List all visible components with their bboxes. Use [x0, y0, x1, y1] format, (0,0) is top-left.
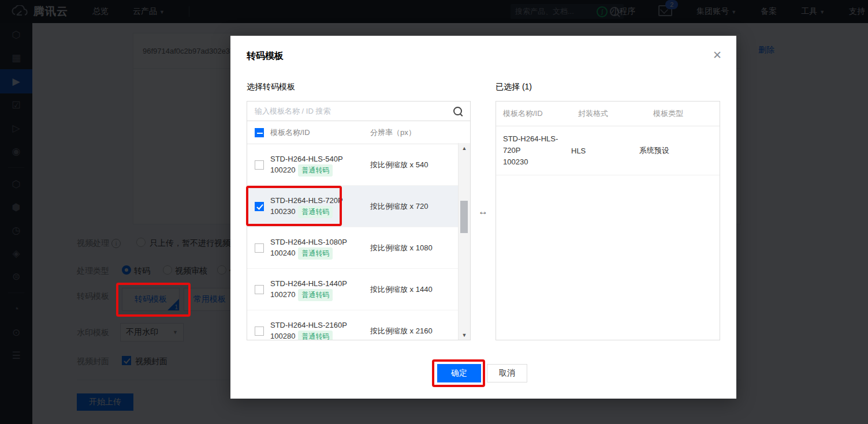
row-checkbox[interactable]: [255, 202, 264, 211]
row-checkbox-cell: [255, 201, 270, 211]
template-id: 100270: [270, 290, 295, 299]
selected-row: STD-H264-HLS-720P 100230 HLS 系统预设: [496, 126, 720, 175]
template-row[interactable]: STD-H264-HLS-540P100220普通转码按比例缩放 x 540: [247, 144, 470, 186]
scroll-up-icon[interactable]: ▲: [459, 145, 470, 151]
scroll-down-icon[interactable]: ▼: [459, 332, 470, 338]
template-name-cell: STD-H264-HLS-720P100230普通转码: [270, 195, 370, 218]
template-name: STD-H264-HLS-1080P: [270, 238, 347, 246]
selected-count-label: 已选择 (1): [496, 82, 532, 92]
scrollbar[interactable]: ▲ ▼: [458, 143, 470, 340]
column-resolution-header: 分辨率（px）: [370, 127, 457, 138]
selected-name: STD-H264-HLS-720P 100230: [503, 133, 571, 168]
cancel-button[interactable]: 取消: [487, 364, 527, 382]
confirm-button[interactable]: 确定: [437, 364, 481, 382]
template-row[interactable]: STD-H264-HLS-1080P100240普通转码按比例缩放 x 1080: [247, 227, 470, 269]
template-name-cell: STD-H264-HLS-540P100220普通转码: [270, 153, 370, 177]
template-tag: 普通转码: [298, 331, 333, 341]
template-name: STD-H264-HLS-540P: [270, 155, 343, 163]
selected-col-format: 封装格式: [578, 108, 653, 119]
selected-id-text: 100230: [503, 157, 528, 166]
transcode-template-modal: 转码模板 ✕ 选择转码模板 输入模板名称 / ID 搜索 模板名称/ID 分辨率…: [230, 36, 736, 399]
modal-title: 转码模板: [247, 50, 284, 62]
template-search-input[interactable]: 输入模板名称 / ID 搜索: [247, 102, 470, 121]
template-search-placeholder: 输入模板名称 / ID 搜索: [255, 106, 453, 117]
template-name-cell: STD-H264-HLS-1440P100270普通转码: [270, 278, 370, 301]
selected-name-text: STD-H264-HLS-720P: [503, 134, 558, 155]
scrollbar-thumb[interactable]: [460, 201, 468, 233]
template-tag: 普通转码: [298, 206, 333, 218]
template-id: 100280: [270, 332, 295, 340]
template-list-panel: 输入模板名称 / ID 搜索 模板名称/ID 分辨率（px） STD-H264-…: [247, 101, 471, 340]
row-checkbox-cell: [255, 284, 270, 294]
template-name: STD-H264-HLS-2160P: [270, 321, 347, 329]
selected-type: 系统预设: [639, 145, 697, 156]
template-tag: 普通转码: [298, 247, 333, 260]
template-name-cell: STD-H264-HLS-2160P100280普通转码: [270, 320, 370, 341]
template-resolution: 按比例缩放 x 2160: [370, 326, 457, 336]
template-resolution: 按比例缩放 x 720: [370, 201, 457, 212]
row-checkbox[interactable]: [255, 285, 264, 294]
close-icon[interactable]: ✕: [713, 50, 722, 61]
template-row[interactable]: STD-H264-HLS-1440P100270普通转码按比例缩放 x 1440: [247, 269, 470, 310]
row-checkbox[interactable]: [255, 243, 264, 253]
template-name: STD-H264-HLS-1440P: [270, 279, 347, 288]
row-checkbox[interactable]: [255, 327, 264, 336]
column-name-header: 模板名称/ID: [270, 127, 370, 138]
selected-col-name: 模板名称/ID: [503, 108, 578, 119]
template-id: 100240: [270, 249, 295, 257]
row-checkbox[interactable]: [255, 160, 264, 170]
selected-format: HLS: [571, 147, 639, 155]
selected-panel: 模板名称/ID 封装格式 模板类型 STD-H264-HLS-720P 1002…: [496, 101, 720, 340]
template-row[interactable]: STD-H264-HLS-2160P100280普通转码按比例缩放 x 2160: [247, 310, 470, 340]
row-checkbox-cell: [255, 243, 270, 253]
template-tag: 普通转码: [298, 164, 333, 177]
template-id: 100220: [270, 166, 295, 174]
template-resolution: 按比例缩放 x 540: [370, 160, 457, 170]
row-checkbox-cell: [255, 160, 270, 170]
template-resolution: 按比例缩放 x 1080: [370, 243, 457, 253]
template-name-cell: STD-H264-HLS-1080P100240普通转码: [270, 237, 370, 260]
template-rows: STD-H264-HLS-540P100220普通转码按比例缩放 x 540ST…: [247, 144, 470, 340]
selected-col-type: 模板类型: [653, 108, 711, 119]
select-all-checkbox[interactable]: [255, 128, 264, 137]
selected-header: 模板名称/ID 封装格式 模板类型: [496, 102, 720, 126]
search-icon[interactable]: [453, 107, 462, 115]
template-resolution: 按比例缩放 x 1440: [370, 284, 457, 295]
template-row[interactable]: STD-H264-HLS-720P100230普通转码按比例缩放 x 720: [247, 186, 470, 227]
template-list-header: 模板名称/ID 分辨率（px）: [247, 121, 470, 144]
template-id: 100230: [270, 207, 295, 216]
template-tag: 普通转码: [298, 289, 333, 301]
select-template-label: 选择转码模板: [247, 82, 295, 92]
screen: 腾讯云 总览 云产品▼ 搜索产品、文档... ʃ 小程序 2 集团账号▼ 备案: [0, 0, 868, 424]
template-name: STD-H264-HLS-720P: [270, 196, 343, 205]
row-checkbox-cell: [255, 326, 270, 336]
swap-arrow-icon: ↔: [478, 206, 488, 217]
